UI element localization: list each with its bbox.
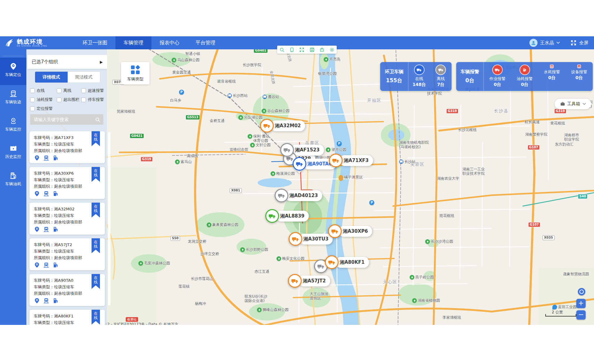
- export-icon[interactable]: [317, 46, 327, 54]
- locate-vehicle-icon[interactable]: [34, 155, 40, 162]
- locate-vehicle-icon[interactable]: [34, 226, 40, 234]
- track-vehicle-icon[interactable]: [43, 298, 49, 305]
- toolbox-button[interactable]: 工具箱: [555, 99, 591, 109]
- filter-checkbox[interactable]: 停车报警: [81, 97, 104, 102]
- place-label: 白马乡: [170, 98, 181, 102]
- nav-item-2[interactable]: 车辆管理: [115, 36, 151, 49]
- vehicle-card[interactable]: 车牌号码：湘A71XF3车辆类型：垃圾压缩车所属组织：厨余垃圾项目部在 线: [29, 131, 105, 163]
- settings-icon[interactable]: [327, 46, 337, 54]
- sidebar-item-3[interactable]: 车辆监控: [0, 112, 26, 140]
- offline-stat[interactable]: 离线 7台: [430, 62, 452, 91]
- alarm-stat-3[interactable]: 水耗报警0台: [538, 62, 566, 91]
- track-vehicle-icon[interactable]: [43, 262, 49, 269]
- fullscreen-label[interactable]: 全屏: [579, 40, 588, 46]
- mode-tab-1[interactable]: 详情模式: [35, 72, 68, 83]
- filter-checkbox[interactable]: 油耗报警: [30, 97, 57, 102]
- vehicle-marker[interactable]: 湘AF1523: [280, 143, 324, 157]
- checkbox[interactable]: [30, 97, 35, 102]
- filter-checkbox[interactable]: 超速报警: [81, 88, 104, 93]
- water-alarm-icon: [550, 65, 554, 68]
- track-vehicle-icon[interactable]: [43, 155, 49, 162]
- checkbox[interactable]: [57, 97, 61, 102]
- alarm-stat-1[interactable]: 作业报警0台: [484, 62, 511, 91]
- filter-checkbox[interactable]: 超出围栏: [57, 97, 81, 102]
- fuel-alarm-icon: [520, 65, 530, 75]
- filter-label: 定位报警: [37, 106, 53, 111]
- vehicle-card[interactable]: 车牌号码：湘A30XP6车辆类型：垃圾压缩车所属组织：厨余垃圾项目部在 线: [29, 167, 105, 199]
- park-icon: [240, 247, 245, 252]
- expand-icon[interactable]: [297, 46, 307, 54]
- zoom-in-button[interactable]: +: [576, 299, 586, 308]
- locate-vehicle-icon[interactable]: [34, 298, 40, 305]
- vehicle-card[interactable]: 车牌号码：湘A90TA0车辆类型：垃圾压缩车所属组织：厨余垃圾项目部在 线: [29, 274, 105, 306]
- sidebar-item-4[interactable]: 历史监控: [0, 140, 26, 167]
- place-label: 保利·麓谷 体育公园: [248, 134, 269, 143]
- sidebar-item-5[interactable]: 车辆油耗: [0, 167, 26, 194]
- filter-checkbox[interactable]: 在线: [30, 88, 57, 93]
- fuel-vehicle-icon[interactable]: [52, 226, 59, 234]
- nav-item-4[interactable]: 平台管理: [187, 36, 223, 49]
- metro-icon: M: [227, 93, 232, 98]
- fullscreen-icon[interactable]: [570, 40, 577, 46]
- mode-tab-2[interactable]: 简洁模式: [68, 72, 100, 83]
- filter-checkbox[interactable]: 离线: [57, 88, 81, 93]
- online-stat[interactable]: 在线 148台: [408, 62, 430, 91]
- search-icon[interactable]: [95, 117, 100, 122]
- fuel-vehicle-icon[interactable]: [52, 298, 59, 305]
- vehicle-marker[interactable]: 湘A57JT2: [288, 274, 330, 288]
- vehicle-marker[interactable]: 湘A30XP6: [328, 224, 372, 238]
- place-label: 金桥互通: [210, 119, 225, 123]
- save-icon[interactable]: [307, 46, 317, 54]
- vehicle-marker[interactable]: 湘A71XF3: [329, 154, 373, 167]
- vehicle-card[interactable]: 车牌号码：湘A80KF1车辆类型：垃圾压缩车所属组织：厨余垃圾项目部在 线: [29, 310, 105, 325]
- vehicle-card[interactable]: 车牌号码：湘A57JT2车辆类型：垃圾压缩车所属组织：厨余垃圾项目部在 线: [29, 238, 105, 270]
- online-count: 148台: [412, 82, 426, 88]
- expand-arrow-icon: ▶: [100, 60, 103, 64]
- vehicle-marker[interactable]: 湘A32M02: [260, 119, 305, 133]
- place-label: 长沙医学院: [243, 63, 261, 67]
- place-label: 蓝田工业园: [552, 305, 577, 309]
- place-label: 橘子洲景区: [339, 175, 363, 181]
- device-icon[interactable]: [287, 46, 297, 54]
- truck-icon: [328, 224, 342, 238]
- search-input[interactable]: [33, 117, 95, 122]
- fuel-vehicle-icon[interactable]: [52, 191, 59, 198]
- search-icon[interactable]: [277, 46, 287, 54]
- track-vehicle-icon[interactable]: [43, 191, 49, 198]
- vehicle-marker[interactable]: 湘A30TU3: [289, 232, 333, 246]
- sidebar-item-2[interactable]: 车辆轨迹: [0, 85, 26, 112]
- locate-vehicle-icon[interactable]: [34, 191, 40, 198]
- search-box[interactable]: [30, 114, 103, 125]
- vehicle-type-button[interactable]: 车辆类型: [121, 62, 150, 84]
- user-avatar-icon[interactable]: [529, 39, 538, 47]
- park-icon: [262, 109, 266, 113]
- filter-checkbox[interactable]: 定位报警: [30, 106, 57, 111]
- track-vehicle-icon[interactable]: [43, 226, 49, 234]
- alarm-total: 车辆报警 0台: [456, 62, 484, 91]
- locate-vehicle-icon[interactable]: [34, 262, 40, 269]
- user-name[interactable]: 王水晶: [540, 40, 554, 46]
- vehicle-marker[interactable]: 湘A80KF1: [325, 255, 369, 269]
- checkbox[interactable]: [30, 88, 35, 93]
- vehicle-marker[interactable]: 湘AL8839: [265, 209, 309, 223]
- checkbox[interactable]: [30, 106, 35, 111]
- chevron-down-icon[interactable]: [556, 42, 560, 44]
- org-selector[interactable]: 已选7个组织 ▶: [27, 55, 107, 69]
- nav-item-1[interactable]: 环卫一张图: [74, 36, 115, 49]
- checkbox[interactable]: [81, 97, 86, 102]
- checkbox[interactable]: [81, 88, 86, 93]
- nav-item-3[interactable]: 报表中心: [151, 36, 187, 49]
- vehicle-marker[interactable]: 湘AD40123: [275, 189, 322, 202]
- alarm-stat-2[interactable]: 油耗报警0台: [511, 62, 538, 91]
- vehicle-card[interactable]: 车牌号码：湘A32M02车辆类型：垃圾压缩车所属组织：厨余垃圾项目部在 线: [29, 203, 105, 235]
- place-label: 杨梅冲: [195, 301, 206, 306]
- checkbox[interactable]: [57, 88, 61, 93]
- zoom-out-button[interactable]: −: [576, 310, 586, 320]
- fuel-vehicle-icon[interactable]: [52, 155, 59, 162]
- park-icon: [250, 143, 255, 147]
- alarm-stat-4[interactable]: 设备报警0台: [565, 62, 593, 91]
- sidebar-item-1[interactable]: 车辆定位: [0, 58, 26, 85]
- locate-control[interactable]: [578, 288, 585, 295]
- fuel-vehicle-icon[interactable]: [52, 262, 59, 269]
- panel-scrollbar[interactable]: [108, 132, 110, 306]
